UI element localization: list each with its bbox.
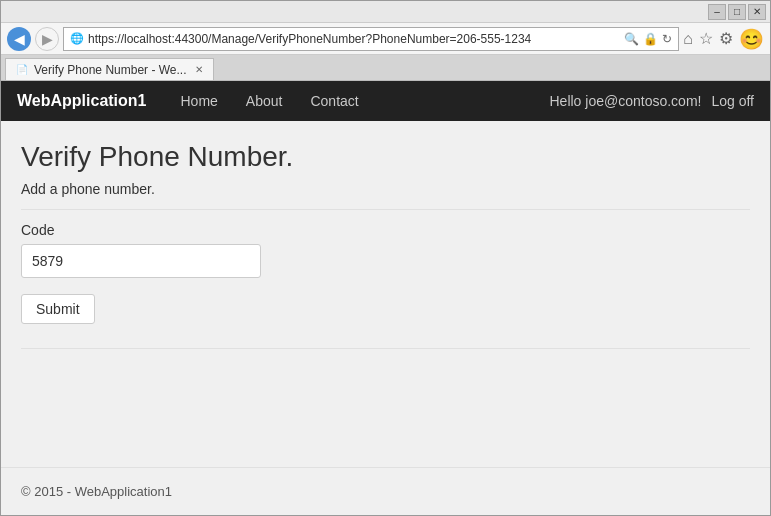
app-navbar: WebApplication1 Home About Contact Hello…	[1, 81, 770, 121]
app-brand[interactable]: WebApplication1	[17, 92, 147, 110]
top-divider	[21, 209, 750, 210]
tab-close-button[interactable]: ✕	[195, 64, 203, 75]
nav-contact[interactable]: Contact	[296, 81, 372, 121]
tab-label: Verify Phone Number - We...	[34, 63, 187, 77]
nav-links: Home About Contact	[167, 81, 373, 121]
submit-button[interactable]: Submit	[21, 294, 95, 324]
tab-icon: 📄	[16, 64, 28, 75]
search-icon: 🔍	[624, 32, 639, 46]
code-label: Code	[21, 222, 750, 238]
smiley-icon: 😊	[739, 27, 764, 51]
code-input[interactable]	[21, 244, 261, 278]
lock-icon: 🔒	[643, 32, 658, 46]
tab-bar: 📄 Verify Phone Number - We... ✕	[1, 55, 770, 81]
logoff-link[interactable]: Log off	[711, 93, 754, 109]
user-greeting: Hello joe@contoso.com!	[549, 93, 701, 109]
home-icon[interactable]: ⌂	[683, 30, 693, 48]
nav-right: Hello joe@contoso.com! Log off	[549, 93, 754, 109]
footer-text: © 2015 - WebApplication1	[21, 484, 172, 499]
active-tab[interactable]: 📄 Verify Phone Number - We... ✕	[5, 58, 214, 80]
url-actions: 🔍 🔒 ↻	[624, 32, 672, 46]
submit-group: Submit	[21, 294, 750, 324]
address-bar: ◀ ▶ 🌐 https://localhost:44300/Manage/Ver…	[1, 23, 770, 55]
page-icon: 🌐	[70, 32, 84, 45]
minimize-button[interactable]: –	[708, 4, 726, 20]
bottom-divider	[21, 348, 750, 349]
close-button[interactable]: ✕	[748, 4, 766, 20]
nav-about[interactable]: About	[232, 81, 297, 121]
back-icon: ◀	[14, 31, 25, 47]
forward-button[interactable]: ▶	[35, 27, 59, 51]
toolbar-icons: ⌂ ☆ ⚙ 😊	[683, 27, 764, 51]
url-text: https://localhost:44300/Manage/VerifyPho…	[88, 32, 620, 46]
page-title: Verify Phone Number.	[21, 141, 750, 173]
forward-icon: ▶	[42, 31, 53, 47]
settings-icon[interactable]: ⚙	[719, 29, 733, 48]
refresh-icon[interactable]: ↻	[662, 32, 672, 46]
url-bar[interactable]: 🌐 https://localhost:44300/Manage/VerifyP…	[63, 27, 679, 51]
main-content: Verify Phone Number. Add a phone number.…	[1, 121, 770, 447]
star-empty-icon[interactable]: ☆	[699, 29, 713, 48]
title-bar: – □ ✕	[1, 1, 770, 23]
code-form-group: Code	[21, 222, 750, 278]
page-subtitle: Add a phone number.	[21, 181, 750, 197]
footer: © 2015 - WebApplication1	[1, 467, 770, 515]
maximize-button[interactable]: □	[728, 4, 746, 20]
back-button[interactable]: ◀	[7, 27, 31, 51]
nav-home[interactable]: Home	[167, 81, 232, 121]
